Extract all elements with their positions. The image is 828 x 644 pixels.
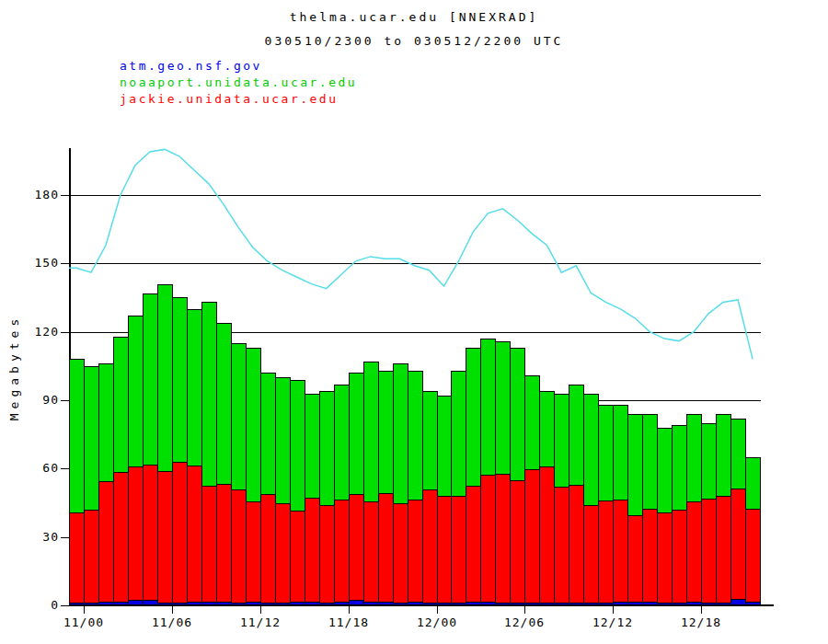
traffic-line <box>69 149 753 359</box>
rtstats-chart-page: thelma.ucar.edu [NNEXRAD] 030510/2300 to… <box>0 0 828 644</box>
traffic-line-layer <box>0 0 828 644</box>
